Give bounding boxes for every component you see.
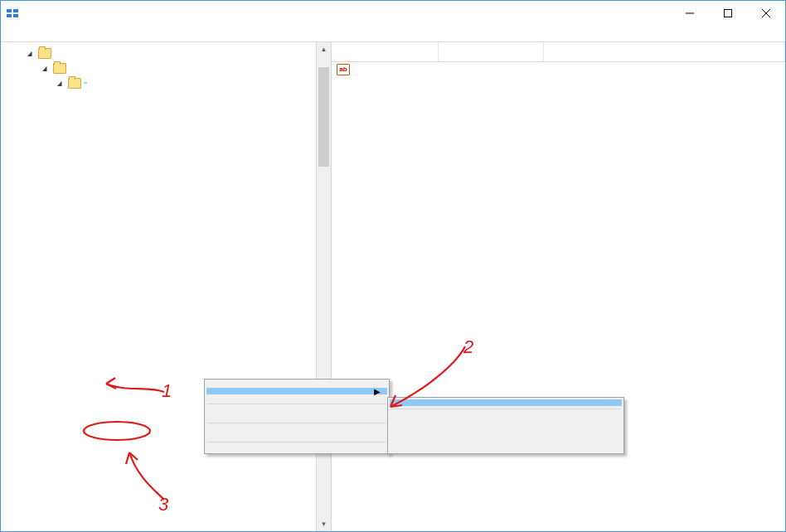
scroll-up-icon[interactable]: ▲ <box>317 42 331 56</box>
menu-new-multistring[interactable] <box>390 438 622 445</box>
tree-item-selected[interactable] <box>4 75 331 90</box>
titlebar <box>1 1 785 26</box>
close-button[interactable] <box>747 1 785 26</box>
separator <box>207 423 386 423</box>
svg-rect-3 <box>13 14 18 17</box>
maximize-button[interactable] <box>709 1 747 26</box>
chevron-down-icon[interactable] <box>54 77 66 89</box>
scroll-thumb[interactable] <box>318 67 329 167</box>
col-value[interactable] <box>544 42 785 61</box>
menu-permissions[interactable] <box>206 433 387 439</box>
menu-delete[interactable] <box>206 407 387 414</box>
chevron-down-icon[interactable] <box>24 47 36 59</box>
context-submenu <box>387 397 624 454</box>
vertical-scrollbar[interactable]: ▲ ▼ <box>316 42 331 531</box>
col-type[interactable] <box>439 42 544 61</box>
context-menu: ▶ <box>204 379 390 454</box>
list-row[interactable]: ab <box>332 62 785 77</box>
main-window: ▲ ▼ ab ▶ <box>0 0 786 532</box>
separator <box>207 404 386 404</box>
minimize-button[interactable] <box>671 1 709 26</box>
svg-rect-5 <box>725 10 732 17</box>
menu-find[interactable] <box>206 394 387 401</box>
menu-new-expandstring[interactable] <box>390 445 622 452</box>
separator <box>391 409 621 409</box>
string-value-icon: ab <box>337 64 350 75</box>
svg-rect-1 <box>13 9 18 12</box>
col-name[interactable] <box>332 42 439 61</box>
menu-collapse[interactable] <box>206 381 387 388</box>
svg-rect-2 <box>7 14 12 17</box>
menu-new-key[interactable] <box>390 399 622 406</box>
scroll-down-icon[interactable]: ▼ <box>317 517 331 531</box>
folder-icon <box>53 63 66 74</box>
regedit-icon <box>6 7 19 20</box>
menu-rename[interactable] <box>206 414 387 420</box>
tree-item[interactable] <box>4 60 331 75</box>
menu-export[interactable] <box>206 426 387 433</box>
menu-new-string[interactable] <box>390 412 622 418</box>
folder-icon <box>68 78 81 89</box>
menubar <box>1 26 785 42</box>
separator <box>207 442 386 443</box>
window-controls <box>671 1 785 26</box>
list-header <box>332 42 785 62</box>
menu-copy-key-name[interactable] <box>206 445 387 452</box>
svg-rect-0 <box>7 9 12 12</box>
menu-new-qword[interactable] <box>390 432 622 438</box>
list-pane[interactable]: ab <box>332 42 785 531</box>
menu-new-binary[interactable] <box>390 418 622 425</box>
tree-label <box>84 82 87 84</box>
folder-icon <box>38 48 51 59</box>
tree-pane[interactable]: ▲ ▼ <box>1 42 332 531</box>
menu-create[interactable]: ▶ <box>206 388 387 394</box>
tree-item[interactable] <box>4 46 331 60</box>
chevron-down-icon[interactable] <box>39 62 51 74</box>
menu-new-dword[interactable] <box>390 425 622 432</box>
